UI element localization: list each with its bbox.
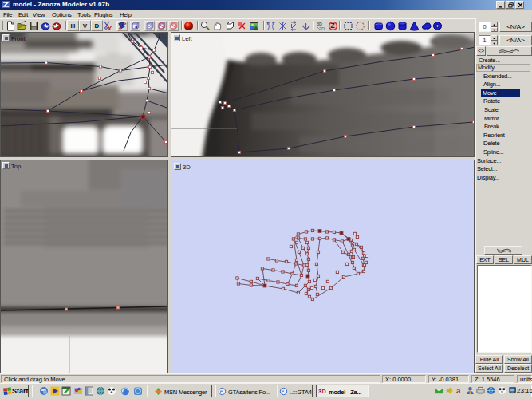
svg-text:D: D <box>322 388 326 395</box>
svg-text:3: 3 <box>318 388 321 395</box>
svg-text:a: a <box>456 385 461 395</box>
svg-text:e: e <box>220 388 223 395</box>
svg-text:e: e <box>282 388 284 395</box>
svg-text:Z: Z <box>331 22 335 30</box>
svg-text:2D: 2D <box>319 26 325 31</box>
